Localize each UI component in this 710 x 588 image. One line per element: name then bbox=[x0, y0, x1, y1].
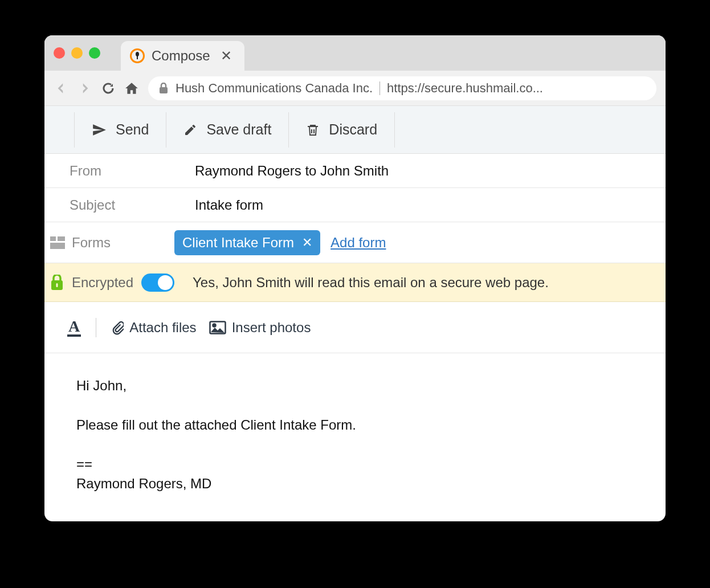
discard-button[interactable]: Discard bbox=[289, 112, 395, 148]
encrypted-message: Yes, John Smith will read this email on … bbox=[193, 275, 549, 291]
favicon-icon bbox=[130, 48, 145, 63]
forms-label: Forms bbox=[72, 235, 174, 251]
toggle-knob bbox=[158, 275, 173, 290]
svg-rect-1 bbox=[137, 55, 138, 59]
svg-rect-7 bbox=[56, 283, 58, 287]
send-icon bbox=[92, 122, 107, 137]
tab-title: Compose bbox=[152, 48, 210, 64]
attach-files-button[interactable]: Attach files bbox=[111, 320, 196, 336]
forms-icon bbox=[50, 236, 65, 249]
editor-toolbar: A Attach files Insert photos bbox=[44, 302, 666, 353]
encrypted-label: Encrypted bbox=[72, 275, 133, 291]
url-organization: Hush Communications Canada Inc. bbox=[176, 81, 373, 96]
insert-photos-label: Insert photos bbox=[232, 320, 311, 336]
from-value[interactable]: Raymond Rogers to John Smith bbox=[195, 163, 389, 179]
minimize-window-button[interactable] bbox=[71, 47, 83, 59]
send-label: Send bbox=[116, 121, 149, 138]
pencil-icon bbox=[183, 123, 197, 137]
save-draft-button[interactable]: Save draft bbox=[166, 112, 289, 148]
body-line: Please fill out the attached Client Inta… bbox=[76, 415, 634, 435]
format-text-icon[interactable]: A bbox=[67, 318, 81, 337]
lock-icon bbox=[158, 83, 169, 94]
subject-label: Subject bbox=[70, 197, 195, 213]
close-window-button[interactable] bbox=[54, 47, 65, 59]
encrypted-row: Encrypted Yes, John Smith will read this… bbox=[44, 263, 666, 302]
forward-button[interactable] bbox=[77, 81, 92, 96]
url-separator bbox=[380, 81, 380, 95]
close-tab-icon[interactable]: ✕ bbox=[221, 48, 232, 64]
image-icon bbox=[209, 321, 226, 334]
maximize-window-button[interactable] bbox=[89, 47, 100, 59]
insert-photos-button[interactable]: Insert photos bbox=[209, 320, 311, 336]
url-bar[interactable]: Hush Communications Canada Inc. https://… bbox=[148, 76, 656, 100]
subject-value[interactable]: Intake form bbox=[195, 197, 263, 213]
email-body[interactable]: Hi John, Please fill out the attached Cl… bbox=[44, 353, 666, 521]
browser-tab[interactable]: Compose ✕ bbox=[121, 41, 244, 71]
form-chip-label: Client Intake Form bbox=[182, 235, 294, 251]
paperclip-icon bbox=[111, 320, 124, 336]
subject-row: Subject Intake form bbox=[44, 188, 666, 222]
home-button[interactable] bbox=[124, 81, 139, 96]
attach-files-label: Attach files bbox=[129, 320, 196, 336]
lock-green-icon bbox=[50, 275, 64, 291]
from-row: From Raymond Rogers to John Smith bbox=[44, 154, 666, 188]
svg-rect-3 bbox=[50, 236, 56, 241]
save-draft-label: Save draft bbox=[206, 121, 271, 138]
form-chip[interactable]: Client Intake Form ✕ bbox=[174, 230, 320, 255]
nav-bar: Hush Communications Canada Inc. https://… bbox=[44, 71, 666, 106]
svg-rect-2 bbox=[160, 87, 168, 93]
back-button[interactable] bbox=[54, 81, 68, 96]
from-label: From bbox=[70, 163, 195, 179]
svg-point-9 bbox=[213, 324, 215, 326]
svg-rect-4 bbox=[58, 236, 65, 241]
send-button[interactable]: Send bbox=[74, 112, 166, 148]
toolbar-separator bbox=[96, 318, 96, 337]
body-signature: == Raymond Rogers, MD bbox=[76, 455, 634, 495]
svg-rect-5 bbox=[50, 243, 65, 249]
remove-form-icon[interactable]: ✕ bbox=[302, 235, 312, 250]
compose-action-bar: Send Save draft Discard bbox=[44, 106, 666, 154]
tab-bar: Compose ✕ bbox=[44, 35, 666, 71]
reload-button[interactable] bbox=[101, 81, 115, 95]
trash-icon bbox=[306, 122, 320, 137]
forms-row: Forms Client Intake Form ✕ Add form bbox=[44, 222, 666, 263]
discard-label: Discard bbox=[329, 121, 377, 138]
add-form-link[interactable]: Add form bbox=[330, 235, 386, 251]
encryption-toggle[interactable] bbox=[141, 273, 174, 292]
window-controls bbox=[54, 47, 100, 59]
body-greeting: Hi John, bbox=[76, 376, 634, 396]
browser-window: Compose ✕ Hush Communications Canada Inc… bbox=[44, 35, 666, 521]
url-address: https://secure.hushmail.co... bbox=[387, 81, 543, 96]
